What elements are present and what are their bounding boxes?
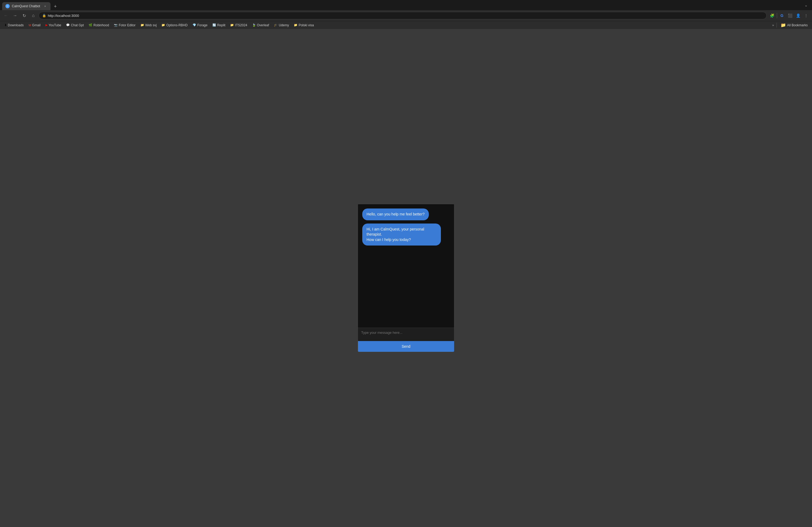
bookmark-options[interactable]: 📁Options-RBHD — [159, 23, 190, 28]
nav-divider — [777, 13, 777, 18]
bot-message-line1: Hi, I am CalmQuest, your personal therap… — [366, 227, 424, 237]
address-bar[interactable]: 🔒 http://localhost:3000 — [39, 12, 767, 19]
youtube-icon: ▶ — [45, 23, 47, 27]
extensions-button[interactable]: 🧩 — [768, 12, 776, 19]
bookmark-robinhood[interactable]: 🌿Robinhood — [86, 23, 111, 28]
tab-title: CalmQuest Chatbot — [12, 4, 41, 8]
home-button[interactable]: ⌂ — [30, 12, 37, 19]
chat-messages: Hello, can you help me feel better? Hi, … — [358, 204, 454, 328]
fotor-label: Fotor Editor — [119, 23, 135, 27]
downloads-label: Downloads — [8, 23, 24, 27]
udemy-icon: 🎓 — [274, 23, 278, 27]
bookmark-forage[interactable]: 💎Forage — [190, 23, 210, 28]
nav-right-icons: 🧩 G ⬛ 👤 ⋮ — [768, 12, 810, 19]
bookmarks-bar: ⬇DownloadsMGmail▶YouTube💬Chat Gpt🌿Robinh… — [0, 21, 812, 29]
folder-icon: 📁 — [781, 22, 786, 28]
bot-message-line2: How can I help you today? — [366, 238, 411, 242]
gmail-icon: M — [28, 24, 31, 27]
options-label: Options-RBHD — [166, 23, 187, 27]
dots-icon: ⋮ — [804, 13, 808, 18]
url-text: http://localhost:3000 — [48, 14, 763, 18]
replit-label: Replit — [217, 23, 226, 27]
navigation-bar: ← → ↻ ⌂ 🔒 http://localhost:3000 🧩 G ⬛ 👤 … — [0, 10, 812, 21]
chat-bubble-user: Hello, can you help me feel better? — [362, 209, 429, 220]
more-bookmarks-icon: » — [772, 23, 774, 27]
forage-icon: 💎 — [192, 23, 196, 27]
new-tab-button[interactable]: + — [52, 3, 59, 10]
active-tab[interactable]: C CalmQuest Chatbot × — [2, 2, 50, 10]
title-bar-controls: ⌄ — [802, 1, 810, 9]
fotor-icon: 📷 — [114, 23, 118, 27]
replit-icon: 🔄 — [213, 23, 216, 27]
options-icon: 📁 — [161, 23, 165, 27]
cast-icon: ⬛ — [788, 13, 793, 18]
cast-button[interactable]: ⬛ — [786, 12, 794, 19]
gmail-label: Gmail — [32, 23, 41, 27]
bookmark-polskivisa[interactable]: 📁Polski visa — [292, 23, 316, 28]
chatgpt-icon: 💬 — [66, 23, 70, 27]
its2024-icon: 📁 — [230, 23, 234, 27]
bookmark-its2024[interactable]: 📁ITS2024 — [228, 23, 249, 28]
forward-button[interactable]: → — [11, 12, 19, 19]
lock-icon: 🔒 — [42, 14, 46, 17]
tabs-area: C CalmQuest Chatbot × + — [2, 0, 801, 10]
bookmark-replit[interactable]: 🔄Replit — [210, 23, 228, 28]
polskivisa-icon: 📁 — [294, 23, 298, 27]
g-icon: G — [781, 13, 784, 18]
tab-close-button[interactable]: × — [43, 4, 47, 8]
bookmark-overleaf[interactable]: 🍃Overleaf — [250, 23, 271, 28]
overleaf-icon: 🍃 — [252, 23, 256, 27]
chatgpt-label: Chat Gpt — [71, 23, 84, 27]
websvj-label: Web svj — [145, 23, 157, 27]
robinhood-icon: 🌿 — [89, 23, 92, 27]
bookmarks-separator — [777, 23, 777, 28]
chat-container: Hello, can you help me feel better? Hi, … — [358, 204, 454, 352]
udemy-label: Udemy — [279, 23, 289, 27]
all-bookmarks-label: All Bookmarks — [787, 23, 808, 27]
bookmark-fotor[interactable]: 📷Fotor Editor — [112, 23, 138, 28]
tab-favicon: C — [5, 4, 10, 8]
bookmarks-more-button[interactable]: » — [771, 23, 775, 28]
all-bookmarks-button[interactable]: 📁 All Bookmarks — [779, 22, 810, 28]
back-button[interactable]: ← — [2, 12, 10, 19]
profile-button[interactable]: 👤 — [794, 12, 802, 19]
message-input[interactable] — [358, 328, 454, 341]
menu-button[interactable]: ⋮ — [802, 12, 810, 19]
window-control-btn[interactable]: ⌄ — [802, 1, 810, 9]
youtube-label: YouTube — [48, 23, 61, 27]
downloads-icon: ⬇ — [4, 23, 7, 27]
send-button[interactable]: Send — [358, 341, 454, 352]
forage-label: Forage — [197, 23, 207, 27]
bookmark-websvj[interactable]: 📁Web svj — [138, 23, 159, 28]
puzzle-icon: 🧩 — [770, 13, 774, 18]
overleaf-label: Overleaf — [257, 23, 269, 27]
bookmark-downloads[interactable]: ⬇Downloads — [2, 23, 26, 28]
chat-input-area: Send — [358, 328, 454, 352]
its2024-label: ITS2024 — [235, 23, 247, 27]
refresh-button[interactable]: ↻ — [20, 12, 28, 19]
bookmark-chatgpt[interactable]: 💬Chat Gpt — [64, 23, 86, 28]
google-account-button[interactable]: G — [778, 12, 786, 19]
bookmark-gmail[interactable]: MGmail — [26, 23, 43, 28]
profile-icon: 👤 — [796, 13, 800, 18]
title-bar: C CalmQuest Chatbot × + ⌄ — [0, 0, 812, 10]
page-area: Hello, can you help me feel better? Hi, … — [0, 29, 812, 527]
bookmark-youtube[interactable]: ▶YouTube — [43, 23, 63, 28]
polskivisa-label: Polski visa — [299, 23, 314, 27]
bookmark-udemy[interactable]: 🎓Udemy — [272, 23, 291, 28]
websvj-icon: 📁 — [141, 23, 144, 27]
chat-bubble-bot: Hi, I am CalmQuest, your personal therap… — [362, 224, 441, 246]
robinhood-label: Robinhood — [93, 23, 109, 27]
